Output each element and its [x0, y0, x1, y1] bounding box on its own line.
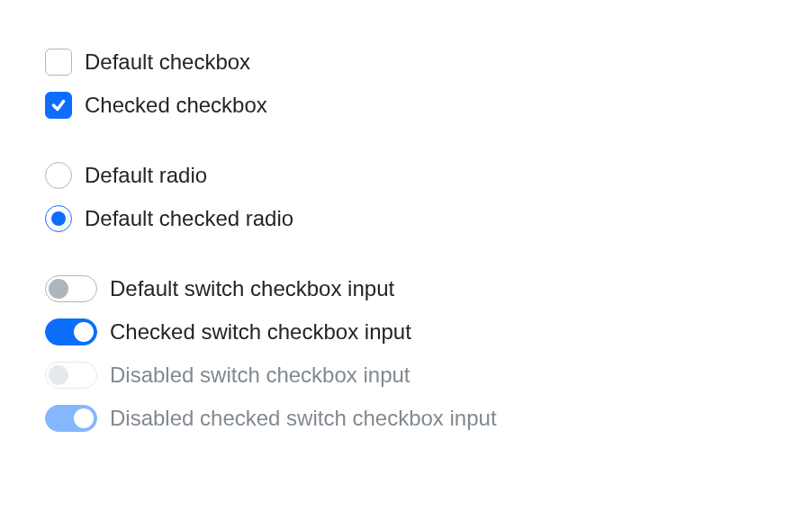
disabled-checked-switch [45, 405, 97, 432]
default-checkbox[interactable] [45, 49, 72, 76]
switch-label: Disabled checked switch checkbox input [110, 403, 497, 434]
switch-row: Disabled switch checkbox input [45, 358, 767, 392]
checked-radio[interactable] [45, 205, 72, 232]
checkbox-row: Checked checkbox [45, 88, 767, 122]
checkbox-label: Default checkbox [85, 47, 250, 77]
radio-label: Default checked radio [85, 203, 293, 234]
radio-row: Default radio [45, 158, 767, 193]
checked-switch[interactable] [45, 318, 97, 345]
switch-label: Checked switch checkbox input [110, 317, 411, 347]
switch-row: Checked switch checkbox input [45, 315, 767, 349]
disabled-switch [45, 362, 97, 389]
radio-label: Default radio [85, 160, 207, 191]
switch-row: Default switch checkbox input [45, 272, 767, 306]
checked-checkbox[interactable] [45, 92, 72, 119]
switch-label: Default switch checkbox input [110, 273, 394, 304]
default-switch[interactable] [45, 275, 97, 302]
checkbox-label: Checked checkbox [85, 90, 267, 121]
radio-row: Default checked radio [45, 202, 767, 236]
check-icon [50, 97, 67, 113]
switch-label: Disabled switch checkbox input [110, 360, 411, 390]
switch-row: Disabled checked switch checkbox input [45, 401, 767, 435]
checkbox-row: Default checkbox [45, 45, 767, 79]
default-radio[interactable] [45, 162, 72, 189]
